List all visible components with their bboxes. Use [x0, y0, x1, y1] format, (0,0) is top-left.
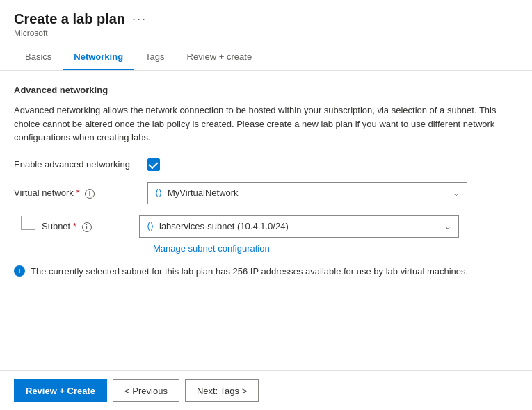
subnet-row: Subnet * i ⟨⟩ labservices-subnet (10.4.1…: [14, 215, 518, 238]
info-banner: i The currently selected subnet for this…: [14, 265, 501, 279]
checkbox-checked[interactable]: [147, 158, 160, 171]
tab-review-create[interactable]: Review + create: [176, 44, 264, 70]
subnet-indent: [14, 216, 42, 237]
subnet-label: Subnet * i: [42, 221, 139, 232]
network-icon: ⟨⟩: [155, 188, 162, 198]
virtual-network-dropdown[interactable]: ⟨⟩ MyVirtualNetwork ⌄: [147, 182, 467, 204]
info-banner-icon: i: [14, 265, 25, 277]
virtual-network-label: Virtual network * i: [14, 188, 139, 199]
page-header: Create a lab plan ··· Microsoft: [0, 0, 532, 44]
subnet-chevron-icon: ⌄: [444, 222, 451, 231]
tab-networking[interactable]: Networking: [63, 44, 134, 70]
virtual-network-chevron-icon: ⌄: [453, 188, 460, 198]
previous-button[interactable]: < Previous: [113, 379, 179, 402]
manage-subnet-link[interactable]: Manage subnet configuration: [153, 243, 518, 254]
subnet-line-decoration: [21, 216, 35, 230]
footer: Review + Create < Previous Next: Tags >: [0, 370, 532, 410]
page-subtitle: Microsoft: [14, 28, 518, 38]
subnet-dropdown[interactable]: ⟨⟩ labservices-subnet (10.4.1.0/24) ⌄: [139, 215, 459, 238]
virtual-network-row: Virtual network * i ⟨⟩ MyVirtualNetwork …: [14, 182, 518, 204]
info-banner-text: The currently selected subnet for this l…: [31, 265, 468, 279]
review-create-button[interactable]: Review + Create: [14, 379, 107, 402]
section-description: Advanced networking allows the network c…: [14, 104, 501, 145]
virtual-network-info-icon[interactable]: i: [85, 189, 95, 199]
subnet-value: labservices-subnet (10.4.1.0/24): [159, 221, 289, 231]
virtual-network-value: MyVirtualNetwork: [168, 188, 239, 198]
enable-networking-row: Enable advanced networking: [14, 158, 518, 171]
section-title: Advanced networking: [14, 85, 518, 95]
enable-networking-label: Enable advanced networking: [14, 159, 139, 170]
main-content: Advanced networking Advanced networking …: [0, 71, 532, 370]
subnet-network-icon: ⟨⟩: [147, 221, 154, 231]
tab-basics[interactable]: Basics: [14, 44, 63, 70]
next-button[interactable]: Next: Tags >: [185, 379, 259, 402]
tab-bar: Basics Networking Tags Review + create: [0, 44, 532, 71]
subnet-label-wrap: Subnet * i: [42, 221, 139, 232]
tab-tags[interactable]: Tags: [134, 44, 175, 70]
subnet-info-icon[interactable]: i: [82, 222, 92, 232]
page-title: Create a lab plan: [14, 11, 125, 27]
enable-networking-checkbox[interactable]: [147, 158, 160, 171]
more-options-icon[interactable]: ···: [132, 12, 147, 26]
